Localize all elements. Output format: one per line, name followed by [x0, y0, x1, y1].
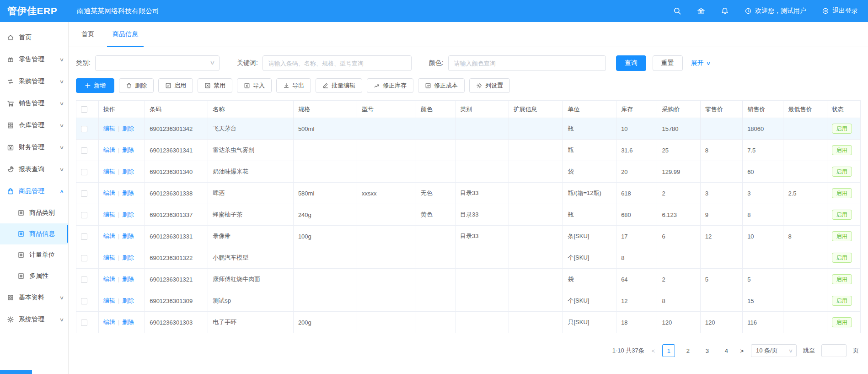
column-header: 类别: [455, 101, 509, 118]
table-cell: 6901236301337: [145, 204, 208, 226]
swap-icon: [7, 78, 14, 85]
sidebar-item-product-category[interactable]: 商品类别: [0, 202, 68, 223]
import-button[interactable]: 导入: [237, 78, 272, 93]
disable-button[interactable]: 禁用: [198, 78, 232, 93]
table-cell: 12: [700, 226, 742, 247]
enable-button[interactable]: 启用: [158, 78, 193, 93]
page-number-1[interactable]: 1: [662, 344, 675, 357]
trend-icon: [374, 82, 380, 89]
table-cell: [783, 118, 827, 140]
search-button[interactable]: 查询: [616, 55, 646, 71]
edit-link[interactable]: 编辑: [103, 168, 115, 175]
delete-link[interactable]: 删除: [122, 125, 134, 132]
sidebar-item-basic-data[interactable]: 基本资料∨: [0, 287, 68, 309]
edit-link[interactable]: 编辑: [103, 190, 115, 196]
table-row: 编辑|删除6901236301342飞天茅台500ml瓶101578018060…: [76, 118, 861, 140]
color-input[interactable]: [448, 55, 606, 71]
table-cell: 6901236301322: [145, 247, 208, 269]
edit-link[interactable]: 编辑: [103, 276, 115, 282]
jump-input[interactable]: [821, 344, 847, 357]
sidebar-item-product[interactable]: 商品管理∧: [0, 180, 68, 202]
sidebar-collapse-strip[interactable]: [0, 370, 32, 374]
sidebar-item-home[interactable]: 首页: [0, 27, 68, 49]
column-header: 采购价: [657, 101, 700, 118]
delete-link[interactable]: 删除: [122, 168, 134, 175]
home-icon: [7, 34, 14, 41]
delete-link[interactable]: 删除: [122, 276, 134, 282]
edit-link[interactable]: 编辑: [103, 146, 115, 153]
next-page-button[interactable]: >: [739, 347, 745, 354]
tab-product-info[interactable]: 商品信息: [105, 22, 145, 47]
table-cell: [293, 290, 357, 312]
link-divider: |: [118, 146, 119, 153]
table-cell: [455, 161, 509, 183]
edit-link[interactable]: 编辑: [103, 125, 115, 132]
sidebar-item-attributes[interactable]: 多属性: [0, 266, 68, 287]
page-suffix-label: 页: [853, 347, 859, 355]
row-checkbox[interactable]: [81, 212, 87, 218]
row-checkbox[interactable]: [81, 126, 87, 132]
row-checkbox[interactable]: [81, 233, 87, 240]
row-checkbox[interactable]: [81, 276, 87, 283]
page-number-2[interactable]: 2: [681, 344, 694, 357]
sidebar-item-reports[interactable]: 报表查询∨: [0, 158, 68, 180]
table-cell: 6901236301309: [145, 290, 208, 312]
edit-link[interactable]: 编辑: [103, 254, 115, 261]
expand-link[interactable]: 展开 ∨: [691, 59, 710, 67]
page-number-3[interactable]: 3: [701, 344, 713, 357]
keyword-input[interactable]: [263, 55, 412, 71]
bell-icon[interactable]: [721, 7, 729, 15]
sidebar-item-finance[interactable]: 财务管理∨: [0, 136, 68, 158]
row-checkbox[interactable]: [81, 298, 87, 304]
row-checkbox[interactable]: [81, 190, 87, 197]
batch-edit-button[interactable]: 批量编辑: [316, 78, 362, 93]
search-icon[interactable]: [673, 7, 681, 15]
row-checkbox[interactable]: [81, 169, 87, 175]
column-header: 零售价: [700, 101, 742, 118]
delete-link[interactable]: 删除: [122, 211, 134, 218]
row-checkbox[interactable]: [81, 255, 87, 261]
delete-link[interactable]: 删除: [122, 233, 134, 239]
edit-link[interactable]: 编辑: [103, 211, 115, 218]
row-checkbox[interactable]: [81, 320, 87, 326]
table-cell: 8: [783, 226, 827, 247]
column-settings-button[interactable]: 列设置: [469, 78, 510, 93]
tab-home[interactable]: 首页: [74, 22, 102, 47]
fix-stock-button[interactable]: 修正库存: [367, 78, 413, 93]
column-header: 名称: [208, 101, 294, 118]
edit-link[interactable]: 编辑: [103, 297, 115, 304]
prev-page-button[interactable]: <: [651, 347, 656, 354]
sidebar-item-warehouse[interactable]: 仓库管理∨: [0, 114, 68, 136]
sidebar-item-purchase[interactable]: 采购管理∨: [0, 70, 68, 92]
edit-link[interactable]: 编辑: [103, 319, 115, 325]
sidebar-item-retail[interactable]: 零售管理∨: [0, 49, 68, 70]
sidebar-item-system[interactable]: 系统管理∨: [0, 309, 68, 331]
select-all-checkbox[interactable]: [81, 106, 87, 113]
table-cell: 6901236301338: [145, 183, 208, 204]
edit-link[interactable]: 编辑: [103, 233, 115, 239]
chevron-down-icon: ∨: [59, 101, 64, 107]
welcome-user[interactable]: 欢迎您，测试用户: [745, 7, 806, 15]
sidebar-item-product-info[interactable]: 商品信息: [0, 223, 68, 244]
sidebar-item-unit[interactable]: 计量单位: [0, 244, 68, 266]
logout-button[interactable]: 退出登录: [822, 7, 858, 15]
fix-cost-button[interactable]: 修正成本: [418, 78, 465, 93]
chevron-down-icon: ∨: [59, 317, 64, 323]
app-logo[interactable]: 管伊佳ERP: [0, 5, 69, 17]
reset-button[interactable]: 重置: [653, 55, 683, 71]
sidebar-item-sales[interactable]: 销售管理∨: [0, 92, 68, 114]
page-size-select[interactable]: 10 条/页∨: [751, 344, 797, 357]
export-button[interactable]: 导出: [276, 78, 311, 93]
page-number-4[interactable]: 4: [720, 344, 733, 357]
delete-link[interactable]: 删除: [122, 190, 134, 196]
category-select[interactable]: ∨: [95, 55, 220, 71]
delete-link[interactable]: 删除: [122, 297, 134, 304]
delete-link[interactable]: 删除: [122, 146, 134, 153]
add-button[interactable]: 新增: [76, 78, 114, 93]
delete-button[interactable]: 删除: [119, 78, 154, 93]
table-cell: 2.5: [783, 183, 827, 204]
delete-link[interactable]: 删除: [122, 254, 134, 261]
delete-link[interactable]: 删除: [122, 319, 134, 325]
row-checkbox[interactable]: [81, 147, 87, 154]
bank-icon[interactable]: [697, 7, 705, 15]
